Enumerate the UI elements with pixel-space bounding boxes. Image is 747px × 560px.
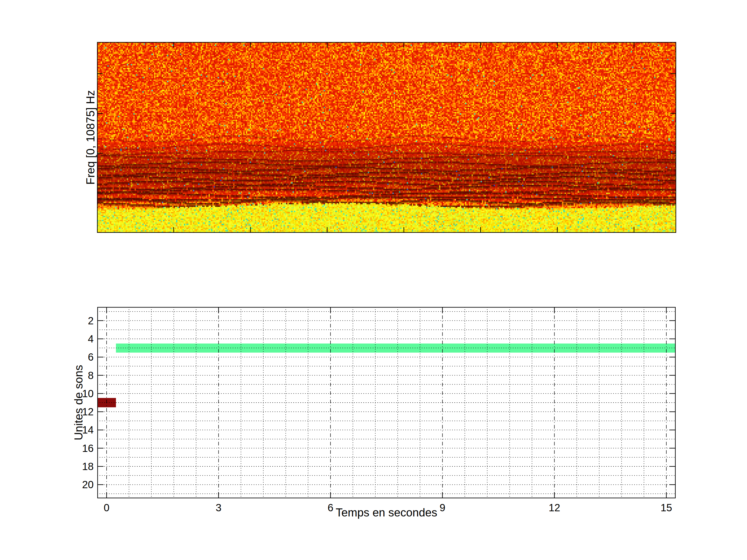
x-tick-label-9: 9	[440, 502, 445, 514]
freq-axis-label: Freq [0, 10875] Hz	[84, 90, 97, 185]
x-tick-label-6: 6	[328, 502, 333, 514]
x-tick-label-15: 15	[661, 502, 672, 514]
spectrogram-plot	[97, 42, 676, 233]
y-tick-label-2: 2	[88, 315, 94, 326]
x-tick-label-12: 12	[548, 502, 560, 514]
spectrogram-frame	[97, 42, 676, 233]
x-tick-label-3: 3	[215, 502, 221, 514]
y-tick-label-16: 16	[82, 442, 94, 454]
spectrogram-border	[97, 42, 676, 233]
figure-page: { "chart_data": [ { "type": "heatmap", "…	[0, 0, 747, 560]
sound-units-plot	[97, 307, 676, 498]
y-tick-label-6: 6	[88, 351, 94, 363]
grid-and-frame	[97, 307, 676, 498]
y-tick-label-18: 18	[82, 461, 94, 472]
y-tick-label-8: 8	[88, 369, 94, 381]
y-tick-label-4: 4	[88, 333, 94, 345]
x-tick-label-0: 0	[104, 502, 109, 514]
time-axis-label: Temps en secondes	[336, 506, 437, 519]
sound-units-axis-label: Unites de sons	[72, 365, 85, 440]
y-tick-label-20: 20	[82, 479, 94, 490]
